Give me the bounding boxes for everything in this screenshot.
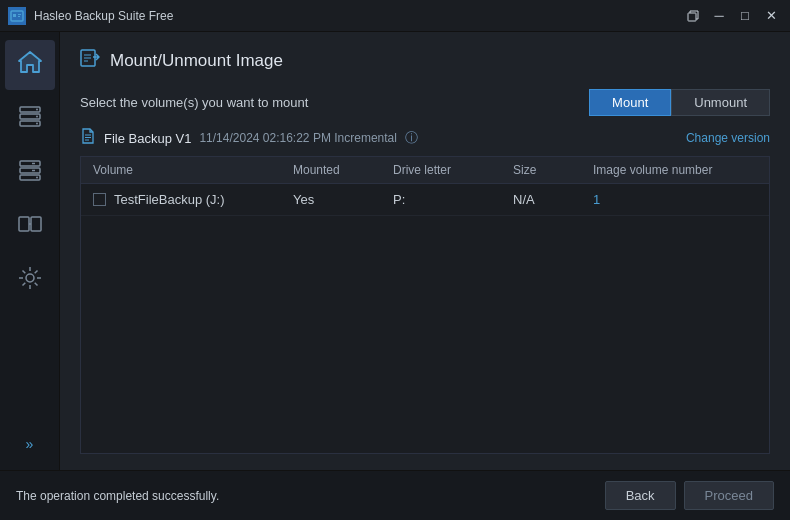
- content-area: Mount/Unmount Image Select the volume(s)…: [60, 32, 790, 470]
- minimize-button[interactable]: ─: [708, 5, 730, 27]
- col-drive-letter: Drive letter: [393, 163, 513, 177]
- tools-icon: [17, 265, 43, 297]
- svg-rect-13: [20, 161, 40, 166]
- row-volume-cell: TestFileBackup (J:): [93, 192, 293, 207]
- sidebar-bottom: »: [5, 430, 55, 458]
- proceed-button[interactable]: Proceed: [684, 481, 774, 510]
- backup-icon: [17, 103, 43, 135]
- page-header-icon: [80, 48, 100, 73]
- svg-rect-14: [20, 168, 40, 173]
- row-size-cell: N/A: [513, 192, 593, 207]
- row-drive-letter-cell: P:: [393, 192, 513, 207]
- restore-icon: [17, 157, 43, 189]
- svg-rect-3: [18, 16, 20, 17]
- svg-rect-0: [11, 11, 23, 21]
- svg-rect-4: [688, 13, 696, 21]
- subheader-text: Select the volume(s) you want to mount: [80, 95, 308, 110]
- back-button[interactable]: Back: [605, 481, 676, 510]
- status-bar: The operation completed successfully. Ba…: [0, 470, 790, 520]
- mount-button[interactable]: Mount: [589, 89, 671, 116]
- unmount-button[interactable]: Unmount: [671, 89, 770, 116]
- row-checkbox[interactable]: [93, 193, 106, 206]
- action-buttons: Back Proceed: [605, 481, 774, 510]
- mount-unmount-group: Mount Unmount: [589, 89, 770, 116]
- volumes-table: Volume Mounted Drive letter Size Image v…: [80, 156, 770, 454]
- sidebar-item-restore[interactable]: [5, 148, 55, 198]
- page-title: Mount/Unmount Image: [110, 51, 283, 71]
- svg-marker-6: [19, 52, 41, 72]
- backup-meta: 11/14/2024 02:16:22 PM Incremental: [199, 131, 396, 145]
- app-icon: [8, 7, 26, 25]
- table-header: Volume Mounted Drive letter Size Image v…: [81, 157, 769, 184]
- close-button[interactable]: ✕: [760, 5, 782, 27]
- col-mounted: Mounted: [293, 163, 393, 177]
- sidebar-item-home[interactable]: [5, 40, 55, 90]
- svg-rect-17: [19, 217, 29, 231]
- sidebar-item-tools[interactable]: [5, 256, 55, 306]
- svg-point-10: [36, 109, 38, 111]
- sidebar: »: [0, 32, 60, 470]
- file-icon: [80, 128, 96, 148]
- col-size: Size: [513, 163, 593, 177]
- status-text: The operation completed successfully.: [16, 489, 605, 503]
- title-bar: Hasleo Backup Suite Free ─ □ ✕: [0, 0, 790, 32]
- svg-point-11: [36, 116, 38, 118]
- subheader: Select the volume(s) you want to mount M…: [80, 89, 770, 116]
- clone-icon: [17, 211, 43, 243]
- maximize-button[interactable]: □: [734, 5, 756, 27]
- sidebar-item-backup[interactable]: [5, 94, 55, 144]
- svg-point-16: [36, 177, 38, 179]
- table-row: TestFileBackup (J:) Yes P: N/A 1: [81, 184, 769, 216]
- sidebar-item-clone[interactable]: [5, 202, 55, 252]
- expand-arrows[interactable]: »: [5, 430, 55, 458]
- svg-rect-18: [31, 217, 41, 231]
- info-icon[interactable]: ⓘ: [405, 129, 418, 147]
- row-mounted-cell: Yes: [293, 192, 393, 207]
- window-controls: ─ □ ✕: [682, 5, 782, 27]
- svg-rect-2: [18, 14, 21, 15]
- col-volume: Volume: [93, 163, 293, 177]
- app-title: Hasleo Backup Suite Free: [34, 9, 682, 23]
- svg-point-12: [36, 123, 38, 125]
- row-image-volume-number-cell: 1: [593, 192, 757, 207]
- backup-info: File Backup V1 11/14/2024 02:16:22 PM In…: [80, 128, 770, 148]
- change-version-link[interactable]: Change version: [686, 131, 770, 145]
- svg-point-20: [26, 274, 34, 282]
- page-header: Mount/Unmount Image: [80, 48, 770, 73]
- restore-button[interactable]: [682, 5, 704, 27]
- backup-name: File Backup V1: [104, 131, 191, 146]
- home-icon: [17, 49, 43, 81]
- col-image-volume-number: Image volume number: [593, 163, 757, 177]
- svg-rect-1: [13, 14, 16, 17]
